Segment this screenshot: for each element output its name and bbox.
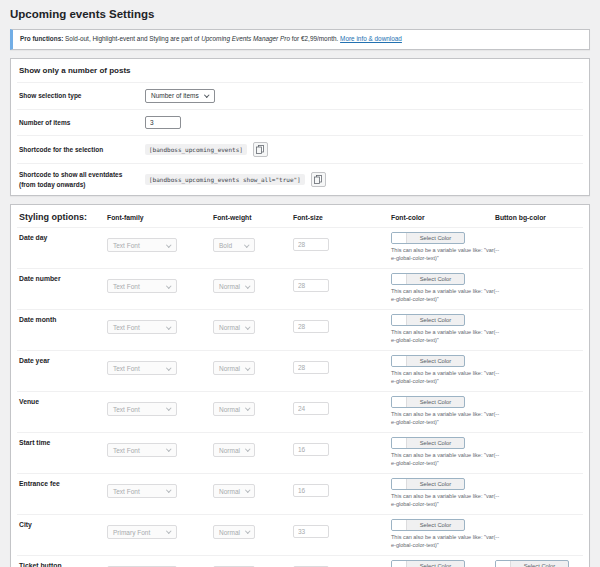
styling-row-label: Entrance fee [19,478,107,509]
color-swatch [392,438,407,448]
styling-row-label: Ticket button [19,560,107,567]
font-weight-select: Normal [213,320,255,334]
color-variable-note: This can also be a variable value like: … [391,493,503,509]
settings-row-label: Number of items [19,118,145,128]
color-variable-note: This can also be a variable value like: … [391,452,503,468]
select-color-label: Select Color [407,561,464,567]
styling-rows: Date day Text Font Bold Select Color Thi… [17,227,583,567]
font-weight-select: Normal [213,402,255,416]
copy-shortcode-button[interactable] [311,172,326,187]
show-selection-type-select[interactable]: Number of items [145,89,215,103]
font-color-picker-button[interactable]: Select Color [391,478,465,490]
font-family-select: Text Font [107,484,177,498]
select-color-label: Select Color [407,356,464,366]
font-family-select: Text Font [107,402,177,416]
chevron-down-icon [166,242,171,247]
shortcode-text: [bandboss_upcoming_events show_all="true… [145,174,305,185]
font-family-select: Text Font [107,320,177,334]
font-weight-select: Normal [213,443,255,457]
color-variable-note: This can also be a variable value like: … [391,247,503,263]
more-info-download-link[interactable]: More info & download [340,35,402,42]
styling-row: Entrance fee Text Font Normal Select Col… [17,473,583,514]
chevron-down-icon [245,406,250,411]
chevron-down-icon [245,488,250,493]
font-color-picker-button[interactable]: Select Color [391,437,465,449]
select-value: Normal [219,406,240,413]
select-color-label: Select Color [511,561,568,567]
column-header-button-bg-color: Button bg-color [495,214,581,221]
select-value: Normal [219,365,240,372]
styling-row-label: Venue [19,396,107,427]
font-color-picker-button[interactable]: Select Color [391,519,465,531]
styling-row: Date year Text Font Normal Select Color … [17,350,583,391]
font-size-input [293,361,329,374]
selection-rows: Show selection type Number of items Numb… [17,82,583,196]
chevron-down-icon [245,447,250,452]
select-value: Normal [219,447,240,454]
chevron-down-icon [244,242,249,247]
font-color-picker-button[interactable]: Select Color [391,273,465,285]
chevron-down-icon [245,529,250,534]
select-value: Text Font [113,242,140,249]
select-value: Bold [219,242,232,249]
styling-card: Styling options: Font-family Font-weight… [10,204,590,567]
select-color-label: Select Color [407,315,464,325]
color-variable-note: This can also be a variable value like: … [391,329,503,345]
font-color-picker-button[interactable]: Select Color [391,355,465,367]
font-family-select: Text Font [107,443,177,457]
notice-text: Sold-out, Highlight-event and Styling ar… [65,35,199,42]
color-swatch [392,315,407,325]
page-title: Upcoming events Settings [10,8,590,20]
column-header-font-size: Font-size [293,214,391,221]
select-color-label: Select Color [407,233,464,243]
settings-row-label: Show selection type [19,91,145,101]
styling-row: Venue Text Font Normal Select Color This… [17,391,583,432]
chevron-down-icon [245,365,250,370]
styling-row-label: Date day [19,232,107,263]
font-family-select: Text Font [107,361,177,375]
font-size-input [293,525,329,538]
copy-shortcode-button[interactable] [253,142,268,157]
font-color-picker-button[interactable]: Select Color [391,396,465,408]
select-value: Text Font [113,447,140,454]
select-value: Text Font [113,283,140,290]
chevron-down-icon [245,324,250,329]
column-header-font-family: Font-family [107,214,213,221]
styling-row: Ticket button Text Font Bold Select Colo… [17,555,583,567]
settings-row-label: Shortcode to show all eventdates (from t… [19,170,145,190]
font-color-picker-button[interactable]: Select Color [391,314,465,326]
select-color-label: Select Color [407,479,464,489]
column-header-font-color: Font-color [391,214,495,221]
styling-row-label: Date month [19,314,107,345]
color-swatch [392,356,407,366]
shortcode-control: [bandboss_upcoming_events] [145,142,268,157]
font-color-picker-button[interactable]: Select Color [391,560,465,567]
settings-row: Show selection type Number of items [17,82,583,109]
settings-row: Number of items [17,109,583,135]
button-bg-color-picker-button[interactable]: Select Color [495,560,569,567]
select-value: Normal [219,488,240,495]
select-color-label: Select Color [407,438,464,448]
select-color-label: Select Color [407,274,464,284]
settings-row: Shortcode for the selection [bandboss_up… [17,135,583,163]
number-of-items-input[interactable] [145,116,181,129]
selection-heading: Show only a number of posts [17,59,583,82]
styling-row-label: Date year [19,355,107,386]
select-value: Text Font [113,488,140,495]
font-color-picker-button[interactable]: Select Color [391,232,465,244]
font-family-select: Text Font [107,238,177,252]
chevron-down-icon [245,283,250,288]
chevron-down-icon [204,92,209,97]
color-variable-note: This can also be a variable value like: … [391,411,503,427]
notice-bold-prefix: Pro functions: [20,35,63,42]
copy-icon [256,145,264,154]
font-weight-select: Normal [213,361,255,375]
font-weight-select: Normal [213,279,255,293]
font-size-input [293,238,329,251]
notice-product-name: Upcoming Events Manager Pro [201,35,290,42]
chevron-down-icon [166,324,171,329]
color-swatch [392,479,407,489]
settings-row-label: Shortcode for the selection [19,145,145,155]
styling-row-label: City [19,519,107,550]
chevron-down-icon [166,406,171,411]
